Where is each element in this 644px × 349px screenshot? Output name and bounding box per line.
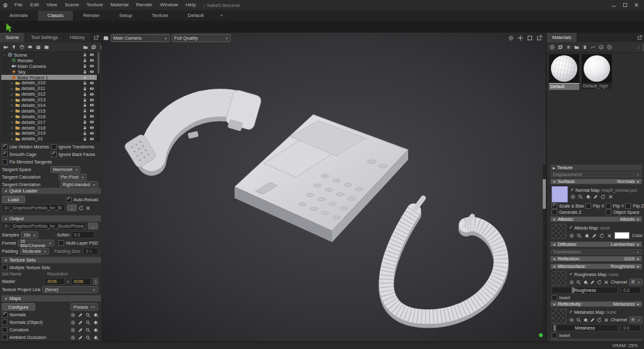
tangent-calculation-select[interactable]: Per-Pixel▼ [58,174,87,180]
generate-z-checkbox[interactable]: ✓Generate Z [552,209,581,215]
tree-item-details-010[interactable]: +details_010 [1,80,97,86]
popout-icon[interactable] [637,35,642,40]
roughness-map-thumbnail[interactable] [552,271,567,286]
close-icon[interactable] [604,318,609,323]
eye-icon[interactable] [89,58,94,63]
pencil-icon[interactable] [78,313,83,318]
tree-item-render[interactable]: Render [1,58,97,64]
quick-loader-header[interactable]: ▼Quick Loader [1,187,101,194]
load-button[interactable]: Load [2,196,25,203]
map-row-curvature[interactable]: ✓Curvature [2,327,98,333]
output-path-field[interactable]: D:/_Graphics/Portfolio_for_Studio/Phone_ [2,223,86,230]
magnifier-icon[interactable] [86,313,91,318]
roughness-slider[interactable]: Roughness [552,287,618,294]
refresh-icon[interactable] [597,318,602,323]
tab-texture[interactable]: Texture [142,11,178,21]
quick-loader-path-field[interactable]: D:/_Graphics/Portfolio_for_St [2,204,65,211]
eye-icon[interactable] [89,97,94,102]
gear-icon[interactable] [569,318,574,323]
add-bake-project-icon[interactable] [36,45,41,50]
eye-icon[interactable] [89,80,94,86]
close-icon[interactable] [634,3,639,8]
tree-item-details-011[interactable]: +details_011 [1,86,97,91]
tab-default[interactable]: Default [179,11,214,21]
transmission-section-header[interactable]: Transmission: -▼ [550,249,642,255]
pencil-icon[interactable] [590,318,595,323]
tree-item-sky[interactable]: Sky [1,69,97,75]
tree-item-details-018[interactable]: +details_018 [1,125,97,131]
load-material-icon[interactable] [574,45,579,50]
magnifier-icon[interactable] [576,280,581,285]
select-material-icon[interactable] [607,45,612,50]
add-turntable-icon[interactable] [44,45,49,50]
eye-icon[interactable] [89,108,94,113]
magnifier-icon[interactable] [576,318,581,323]
eye-icon[interactable] [89,64,94,69]
close-icon[interactable] [608,194,613,199]
maximize-icon[interactable] [623,3,628,8]
reflectivity-section-header[interactable]: ▼Reflectivity: Metalness▼ [550,301,642,307]
eye-icon[interactable] [89,69,94,74]
refresh-icon[interactable] [599,233,604,238]
surface-section-header[interactable]: ▼Surface: Normals▼ [550,179,642,184]
lock-icon[interactable] [82,80,87,86]
gear-icon[interactable] [70,335,75,340]
quality-select[interactable]: Full Quality▼ [172,34,231,42]
displacement-section-header[interactable]: Displacement: -▼ [550,172,642,177]
gear-icon[interactable] [569,233,574,238]
map-row-ambient-occlusion[interactable]: ✓Ambient Occlusion [2,335,98,340]
lock-icon[interactable] [82,92,87,97]
tree-item-details-014[interactable]: +details_014 [1,102,97,108]
eye-icon[interactable] [89,119,94,125]
lock-icon[interactable] [82,58,87,63]
texture-project-link-select[interactable]: (None)▼ [42,286,98,293]
material-tile-default[interactable]: Default [549,54,579,90]
bucket-icon[interactable] [586,194,591,199]
eye-icon[interactable] [89,86,94,91]
padding-size-field[interactable]: 8.0 [83,248,98,255]
close-icon[interactable] [604,280,609,285]
viewport-move-icon[interactable] [518,35,523,41]
lock-icon[interactable] [82,125,87,130]
magnifier-icon[interactable] [577,233,582,238]
tab-render[interactable]: Render [74,11,109,21]
clear-material-icon[interactable] [566,45,571,50]
lock-icon[interactable] [82,114,87,119]
presets-select[interactable]: Presets≡▼ [70,303,98,311]
scale-bias-checkbox[interactable]: ✓Scale & Bias [552,203,584,209]
refresh-icon[interactable] [601,194,606,199]
magnifier-icon[interactable] [86,320,91,325]
import-folder-icon[interactable] [83,45,88,50]
add-material-icon[interactable] [550,45,555,50]
roughness-invert-checkbox[interactable]: ✓Invert [552,295,570,301]
minimize-icon[interactable] [611,3,616,8]
gear-icon[interactable] [70,328,75,333]
magnifier-icon[interactable] [86,328,91,333]
metalness-invert-checkbox[interactable]: ✓Invert [552,333,570,338]
metalness-map-thumbnail[interactable] [552,309,567,324]
add-sky-icon[interactable] [28,45,33,50]
pencil-icon[interactable] [593,194,598,199]
viewport-popout-icon[interactable] [536,35,542,41]
albedo-map-thumbnail[interactable] [552,224,567,239]
smooth-cage-checkbox[interactable]: ✓Smooth Cage [2,152,51,157]
flip-x-checkbox[interactable]: ✓Flip X [586,203,604,209]
resolution-stepper[interactable]: ▲▼ [93,278,98,285]
eye-icon[interactable] [89,136,94,141]
maps-header[interactable]: ▼Maps [1,295,101,302]
viewport-maximize-icon[interactable] [527,35,533,41]
map-row-normals[interactable]: ✓Normals [2,312,98,318]
samples-select[interactable]: 16x▼ [21,231,38,238]
camera-select[interactable]: Main Camera▼ [111,34,170,42]
bucket-icon[interactable] [93,328,98,333]
reflection-section-header[interactable]: ▼Reflection: GGX▼ [550,256,642,262]
menu-render[interactable]: Render [132,0,156,10]
bucket-icon[interactable] [583,280,588,285]
map-row-normals-object[interactable]: ✓Normals (Object) [2,319,98,325]
pencil-icon[interactable] [590,280,595,285]
gear-icon[interactable] [70,320,75,325]
flip-z-checkbox[interactable]: ✓Flip Z [625,203,644,209]
fix-mirrored-tangents-checkbox[interactable]: ✓Fix Mirrored Tangents [2,159,98,165]
add-camera-icon[interactable] [3,45,8,50]
eye-icon[interactable] [89,131,94,136]
